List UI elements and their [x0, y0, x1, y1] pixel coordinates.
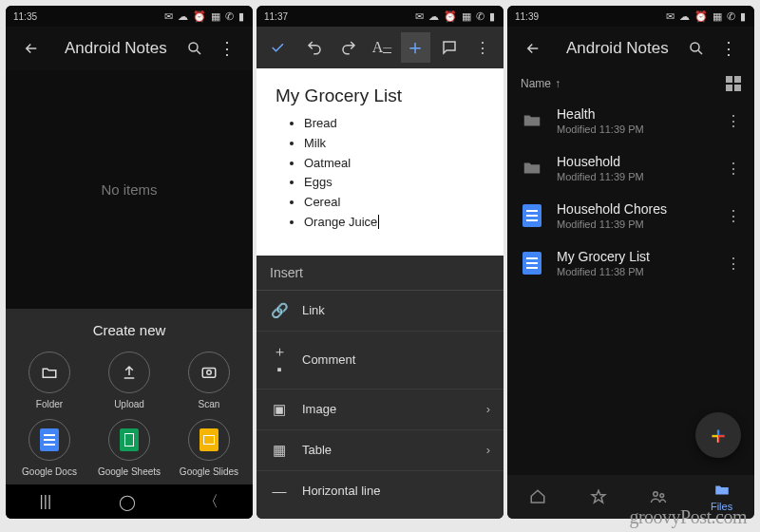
svg-point-4 [654, 492, 658, 497]
redo-icon[interactable] [333, 32, 363, 63]
chevron-right-icon: › [486, 443, 490, 457]
insert-comment-row[interactable]: ＋▪ Comment [256, 332, 504, 390]
status-time: 11:37 [264, 11, 288, 22]
grid-view-icon[interactable] [726, 76, 741, 91]
more-icon[interactable]: ⋮ [468, 32, 498, 63]
scan-button[interactable]: Scan [171, 352, 247, 409]
file-item-doc[interactable]: My Grocery List Modified 11:38 PM ⋮ [507, 239, 754, 287]
file-item-doc[interactable]: Household Chores Modified 11:39 PM ⋮ [507, 192, 754, 239]
screen-drive-files: 11:39 ✉ ☁ ⏰ ▦ ✆ ▮ Android Notes ⋮ Name ↑… [507, 6, 754, 519]
tab-home[interactable] [529, 488, 546, 505]
fab-create-button[interactable]: ＋ [695, 412, 741, 458]
create-new-sheet: Create new Folder Upload Scan Google Doc… [6, 309, 253, 484]
home-button[interactable]: ◯ [119, 493, 136, 511]
item-more-icon[interactable]: ⋮ [726, 160, 741, 178]
screen-drive-empty: 11:35 ✉ ☁ ⏰ ▦ ✆ ▮ Android Notes ⋮ No ite… [6, 6, 253, 519]
chevron-right-icon: › [486, 402, 490, 416]
status-icons: ✉ ☁ ⏰ ▦ ✆ ▮ [666, 10, 747, 23]
table-icon: ▦ [270, 442, 289, 459]
page-title: Android Notes [566, 39, 680, 58]
image-icon: ▣ [270, 401, 289, 418]
docs-icon [40, 428, 59, 451]
status-time: 11:35 [13, 11, 37, 22]
format-text-icon[interactable]: A— [367, 32, 396, 63]
back-button[interactable]: 〈 [203, 492, 218, 512]
done-icon[interactable] [262, 32, 292, 63]
svg-point-2 [207, 370, 212, 375]
tab-starred[interactable] [590, 488, 607, 505]
recent-apps-button[interactable]: ||| [40, 493, 51, 510]
svg-point-0 [189, 43, 198, 51]
item-more-icon[interactable]: ⋮ [726, 207, 741, 225]
insert-link-row[interactable]: 🔗 Link [256, 291, 504, 332]
status-bar: 11:37 ✉ ☁ ⏰ ▦ ✆ ▮ [256, 6, 504, 27]
svg-rect-1 [202, 369, 216, 378]
file-item-folder[interactable]: Household Modified 11:39 PM ⋮ [507, 144, 754, 192]
app-bar: Android Notes ⋮ [507, 27, 754, 70]
empty-state-text: No items [101, 70, 157, 309]
watermark: groovyPost.com [629, 506, 747, 528]
insert-icon[interactable]: ＋ [401, 32, 430, 63]
item-more-icon[interactable]: ⋮ [726, 255, 741, 273]
file-item-folder[interactable]: Health Modified 11:39 PM ⋮ [507, 97, 754, 144]
search-icon[interactable] [179, 32, 211, 65]
undo-icon[interactable] [299, 32, 329, 63]
document-body[interactable]: My Grocery List Bread Milk Oatmeal Eggs … [256, 68, 504, 256]
back-icon[interactable] [15, 32, 48, 65]
docs-icon [521, 252, 543, 275]
status-icons: ✉ ☁ ⏰ ▦ ✆ ▮ [164, 10, 245, 23]
text-cursor: Orange Juice [304, 215, 379, 229]
folder-icon [521, 157, 543, 180]
sheets-icon [120, 428, 139, 451]
svg-point-3 [691, 43, 699, 51]
status-bar: 11:35 ✉ ☁ ⏰ ▦ ✆ ▮ [6, 6, 253, 27]
status-time: 11:39 [515, 11, 539, 22]
search-icon[interactable] [680, 32, 712, 65]
doc-bullet-list: Bread Milk Oatmeal Eggs Cereal Orange Ju… [304, 114, 484, 233]
docs-icon [521, 204, 543, 227]
plus-icon: ＋ [707, 420, 730, 450]
back-icon[interactable] [517, 32, 549, 65]
comment-add-icon: ＋▪ [270, 343, 289, 377]
horizontal-line-icon: — [270, 483, 289, 499]
sheet-title: Create new [11, 322, 247, 338]
svg-point-5 [660, 494, 664, 498]
android-nav-bar: ||| ◯ 〈 [6, 484, 253, 519]
status-bar: 11:39 ✉ ☁ ⏰ ▦ ✆ ▮ [507, 6, 754, 27]
create-folder-button[interactable]: Folder [11, 352, 87, 409]
screen-docs-editor: 11:37 ✉ ☁ ⏰ ▦ ✆ ▮ A— ＋ ⋮ My Grocery List… [256, 6, 504, 519]
folder-icon [521, 109, 543, 132]
insert-table-row[interactable]: ▦ Table › [256, 430, 504, 471]
more-icon[interactable]: ⋮ [211, 32, 243, 65]
comment-icon[interactable] [434, 32, 464, 63]
doc-title: My Grocery List [276, 86, 484, 106]
insert-image-row[interactable]: ▣ Image › [256, 390, 504, 430]
item-more-icon[interactable]: ⋮ [726, 112, 741, 130]
upload-button[interactable]: Upload [91, 352, 167, 409]
status-icons: ✉ ☁ ⏰ ▦ ✆ ▮ [415, 10, 496, 23]
slides-icon [200, 428, 218, 451]
sort-asc-icon: ↑ [555, 77, 560, 90]
tab-shared[interactable] [650, 488, 667, 505]
insert-panel: Insert 🔗 Link ＋▪ Comment ▣ Image › ▦ Tab… [256, 256, 504, 519]
page-title: Android Notes [65, 39, 179, 58]
google-sheets-button[interactable]: Google Sheets [91, 419, 167, 477]
insert-hr-row[interactable]: — Horizontal line [256, 471, 504, 510]
more-icon[interactable]: ⋮ [712, 32, 745, 65]
google-slides-button[interactable]: Google Slides [171, 419, 247, 477]
editor-toolbar: A— ＋ ⋮ [256, 27, 504, 68]
sort-row[interactable]: Name ↑ [507, 70, 754, 97]
insert-panel-header: Insert [256, 256, 504, 291]
app-bar: Android Notes ⋮ [6, 27, 253, 70]
link-icon: 🔗 [270, 302, 289, 319]
google-docs-button[interactable]: Google Docs [11, 419, 87, 477]
